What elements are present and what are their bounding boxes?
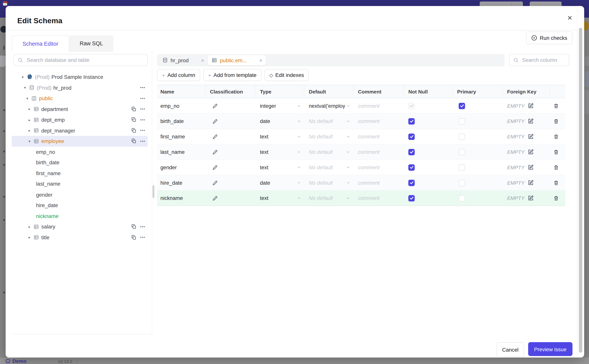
more-icon[interactable] <box>140 85 145 91</box>
close-icon[interactable]: × <box>565 13 575 23</box>
more-icon[interactable] <box>140 96 145 101</box>
checkbox[interactable] <box>408 149 415 155</box>
edit-icon[interactable] <box>528 164 534 170</box>
checkbox[interactable] <box>408 180 415 186</box>
type-select[interactable]: text <box>255 129 304 144</box>
modal-scrollbar[interactable] <box>579 28 582 353</box>
type-select[interactable]: date <box>255 175 304 190</box>
trash-icon[interactable] <box>553 149 559 155</box>
default-select[interactable]: No default <box>304 175 353 190</box>
tree-item-dept-manager[interactable]: ▸dept_manager <box>12 125 147 136</box>
edit-icon[interactable] <box>528 180 534 186</box>
column-name-cell[interactable]: hire_date <box>157 175 206 190</box>
edit-icon[interactable] <box>528 149 534 155</box>
trash-icon[interactable] <box>553 195 559 201</box>
edit-icon[interactable] <box>528 118 534 124</box>
column-name-cell[interactable]: last_name <box>157 144 206 160</box>
tab-raw-sql[interactable]: Raw SQL <box>69 35 114 52</box>
column-name-cell[interactable]: emp_no <box>157 98 206 113</box>
tree-item-hr-prod[interactable]: ▾(Prod)hr_prod <box>12 82 147 93</box>
comment-cell[interactable]: comment <box>353 129 404 144</box>
more-icon[interactable] <box>140 117 145 123</box>
chevron-right-icon[interactable]: ▸ <box>27 235 32 240</box>
comment-cell[interactable]: comment <box>353 114 404 129</box>
tab-schema-editor[interactable]: Schema Editor <box>12 35 69 52</box>
chevron-right-icon[interactable]: ▸ <box>27 128 32 132</box>
checkbox[interactable] <box>459 195 465 202</box>
database-search-input[interactable] <box>26 57 144 63</box>
add-from-template-button[interactable]: +Add from template <box>203 69 261 81</box>
tree-item-hire-date[interactable]: hire_date <box>12 200 147 211</box>
copy-icon[interactable] <box>131 106 136 112</box>
copy-icon[interactable] <box>131 224 136 229</box>
tree-item-title[interactable]: ▸title <box>12 232 147 243</box>
default-select[interactable]: No default <box>304 191 353 206</box>
checkbox[interactable] <box>459 103 465 109</box>
column-name-cell[interactable]: nickname <box>157 191 206 206</box>
more-icon[interactable] <box>140 106 145 112</box>
open-tab-hr-prod[interactable]: hr_prod× <box>159 55 208 65</box>
edit-icon[interactable] <box>528 195 534 201</box>
tree-item-employee[interactable]: ▾employee <box>12 136 147 146</box>
copy-icon[interactable] <box>131 117 136 122</box>
tree-item-first-name[interactable]: first_name <box>12 168 147 179</box>
pencil-icon[interactable] <box>212 195 218 201</box>
column-name-cell[interactable]: gender <box>157 160 206 175</box>
comment-cell[interactable]: comment <box>353 144 404 160</box>
comment-cell[interactable]: comment <box>353 160 404 175</box>
checkbox[interactable] <box>408 118 415 124</box>
preview-issue-button[interactable]: Preview issue <box>528 342 573 356</box>
comment-cell[interactable]: comment <box>353 175 404 190</box>
comment-cell[interactable]: comment <box>353 98 404 113</box>
edit-indexes-button[interactable]: ◇Edit indexes <box>264 69 309 81</box>
tree-item-emp-no[interactable]: emp_no <box>12 147 147 157</box>
chevron-down-icon[interactable]: ▾ <box>27 139 32 143</box>
tree-item-dept-emp[interactable]: ▸dept_emp <box>12 114 147 125</box>
tree-item-department[interactable]: ▸department <box>12 104 147 114</box>
tree-item-public[interactable]: ▾public <box>12 93 147 104</box>
checkbox[interactable] <box>459 180 465 186</box>
default-select[interactable]: No default <box>304 160 353 175</box>
more-icon[interactable] <box>140 128 145 133</box>
chevron-right-icon[interactable]: ▸ <box>27 225 32 229</box>
add-column-button[interactable]: +Add column <box>157 69 200 81</box>
column-name-cell[interactable]: birth_date <box>157 114 206 129</box>
sidebar-scrollbar[interactable] <box>153 185 154 198</box>
close-tab-icon[interactable]: × <box>259 57 262 63</box>
cancel-button[interactable]: Cancel <box>496 342 524 357</box>
type-select[interactable]: text <box>255 160 304 175</box>
tree-item-nickname[interactable]: nickname <box>12 211 147 221</box>
tree-item-birth-date[interactable]: birth_date <box>12 157 147 168</box>
open-tab-public-em[interactable]: public.em...× <box>208 55 266 65</box>
pencil-icon[interactable] <box>212 103 218 109</box>
run-checks-button[interactable]: Run checks <box>526 32 572 44</box>
pencil-icon[interactable] <box>212 134 218 140</box>
trash-icon[interactable] <box>553 118 559 124</box>
tree-item-prod-sample-instance[interactable]: ▾(Prod)Prod Sample Instance <box>12 72 147 82</box>
chevron-down-icon[interactable]: ▾ <box>20 75 25 79</box>
chevron-right-icon[interactable]: ▸ <box>27 107 32 111</box>
column-name-cell[interactable]: first_name <box>157 129 206 144</box>
more-icon[interactable] <box>140 234 145 240</box>
type-select[interactable]: date <box>255 114 304 129</box>
more-icon[interactable] <box>140 224 145 230</box>
column-search-input[interactable] <box>521 57 565 63</box>
type-select[interactable]: text <box>255 144 304 160</box>
edit-icon[interactable] <box>528 103 534 109</box>
checkbox[interactable] <box>408 164 415 171</box>
pencil-icon[interactable] <box>212 180 218 186</box>
pencil-icon[interactable] <box>212 164 218 170</box>
more-icon[interactable] <box>140 138 145 144</box>
default-select[interactable]: nextval('employ <box>304 98 353 113</box>
tree-item-last-name[interactable]: last_name <box>12 179 147 189</box>
copy-icon[interactable] <box>131 139 136 144</box>
default-select[interactable]: No default <box>304 144 353 160</box>
checkbox[interactable] <box>459 164 465 171</box>
pencil-icon[interactable] <box>212 149 218 155</box>
trash-icon[interactable] <box>553 134 559 140</box>
chevron-right-icon[interactable]: ▸ <box>27 118 32 122</box>
chevron-down-icon[interactable]: ▾ <box>23 86 27 90</box>
trash-icon[interactable] <box>553 180 559 186</box>
checkbox[interactable] <box>459 133 465 140</box>
default-select[interactable]: No default <box>304 129 353 144</box>
